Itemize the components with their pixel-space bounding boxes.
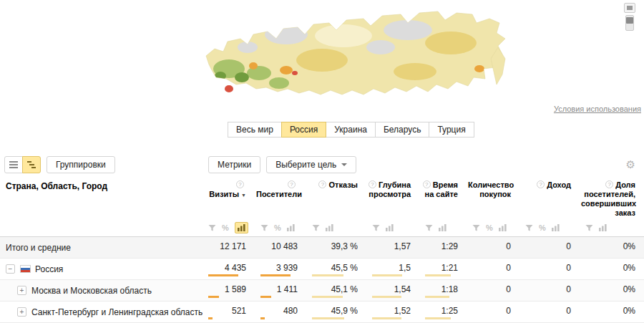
- groupings-button[interactable]: Группировки: [47, 156, 115, 173]
- bar-chart-mode-icon[interactable]: [499, 224, 507, 231]
- info-icon[interactable]: ?: [236, 180, 244, 188]
- metrics-button[interactable]: Метрики: [208, 156, 260, 173]
- bar-chart-mode-icon[interactable]: [386, 224, 394, 231]
- column-header-depth[interactable]: ?Глубина просмотра: [366, 176, 419, 219]
- bar-chart-mode-icon-active[interactable]: [235, 222, 248, 233]
- zoom-handle[interactable]: [626, 17, 633, 24]
- filter-funnel-icon[interactable]: [472, 224, 480, 232]
- cell-bounce: 45,1 %: [306, 280, 366, 301]
- gear-icon[interactable]: ⚙: [626, 158, 635, 171]
- percent-mode-icon[interactable]: %: [486, 223, 493, 232]
- filter-funnel-icon[interactable]: [525, 224, 533, 232]
- filter-funnel-icon[interactable]: [208, 224, 216, 232]
- map-region-mid: [296, 49, 348, 72]
- column-header-revenue[interactable]: ?Доход: [519, 176, 580, 219]
- cell-value: 0: [566, 263, 571, 273]
- column-header-order-share[interactable]: ?Доля посетителей, совершивших заказ: [580, 176, 644, 219]
- cell-revenue: 0: [519, 302, 580, 322]
- row-label-cell: − Россия: [0, 259, 203, 279]
- percent-mode-icon[interactable]: %: [222, 223, 229, 232]
- bar-chart-mode-icon[interactable]: [599, 224, 607, 231]
- expand-toggle[interactable]: +: [17, 307, 26, 317]
- select-goal-dropdown[interactable]: Выберите цель: [266, 156, 356, 173]
- filters-order-share: [580, 219, 644, 236]
- column-header-visitors[interactable]: ?Посетители: [255, 176, 306, 219]
- cell-value: 45,9 %: [331, 306, 358, 316]
- tab-belarus[interactable]: Беларусь: [375, 122, 429, 138]
- info-icon[interactable]: ?: [369, 180, 376, 188]
- flat-list-view-button[interactable]: [4, 156, 23, 173]
- row-label: Итого и средние: [6, 243, 71, 253]
- cell-depth: 1,5: [366, 259, 419, 279]
- cell-value: 0%: [623, 241, 635, 251]
- percent-mode-icon[interactable]: %: [274, 223, 281, 232]
- cell-histogram-bar: [372, 274, 402, 276]
- bar-chart-mode-icon[interactable]: [287, 224, 295, 231]
- cell-revenue: 0: [519, 259, 580, 279]
- filter-funnel-icon[interactable]: [585, 224, 593, 232]
- tab-russia[interactable]: Россия: [281, 122, 326, 138]
- filter-funnel-icon[interactable]: [372, 224, 380, 232]
- table-row-moscow: + Москва и Московская область 1 589 1 41…: [0, 280, 644, 302]
- row-label[interactable]: Москва и Московская область: [31, 286, 152, 296]
- terms-of-use-link[interactable]: Условия использования: [554, 105, 641, 113]
- cell-visits: 521: [203, 302, 255, 322]
- tab-world[interactable]: Весь мир: [228, 122, 282, 138]
- map-region-red: [292, 71, 298, 75]
- cell-value: 1,57: [394, 241, 411, 251]
- cell-histogram-bar: [208, 296, 219, 298]
- map-region-orange: [280, 66, 293, 74]
- info-icon[interactable]: ?: [537, 180, 545, 188]
- bar-chart-mode-icon[interactable]: [552, 224, 560, 231]
- toolbar: Группировки Метрики Выберите цель ⚙: [0, 156, 644, 176]
- cell-histogram-bar: [312, 274, 343, 276]
- column-header-bounce[interactable]: ?Отказы: [306, 176, 366, 219]
- collapse-toggle[interactable]: −: [6, 264, 15, 274]
- map-region-dark-green: [235, 72, 249, 82]
- row-label[interactable]: Санкт-Петербург и Ленинградская область: [31, 307, 203, 317]
- map-layers-button[interactable]: [624, 3, 635, 13]
- percent-mode-icon[interactable]: %: [539, 223, 546, 232]
- cell-histogram-bar: [208, 274, 238, 276]
- info-icon[interactable]: ?: [605, 180, 613, 188]
- column-header-visits[interactable]: ?Визиты▼: [203, 176, 255, 219]
- info-icon[interactable]: ?: [423, 180, 431, 188]
- cell-time: 1:18: [419, 280, 467, 301]
- layers-icon: [627, 6, 633, 10]
- filters-visitors: %: [255, 219, 306, 236]
- cell-value: 521: [232, 306, 246, 316]
- cell-visitors: 480: [255, 302, 306, 322]
- column-header-time[interactable]: ?Время на сайте: [419, 176, 467, 219]
- bar-chart-mode-icon[interactable]: [439, 224, 447, 231]
- bar-chart-mode-icon[interactable]: [326, 224, 333, 231]
- cell-depth: 1,57: [366, 237, 419, 258]
- filter-funnel-icon[interactable]: [425, 224, 433, 232]
- row-label[interactable]: Россия: [35, 264, 63, 274]
- map-region-dark-green: [215, 72, 226, 80]
- cell-visits: 12 171: [203, 237, 255, 258]
- filter-funnel-icon[interactable]: [260, 224, 268, 232]
- filters-dimension: [0, 219, 203, 236]
- info-icon[interactable]: ?: [318, 180, 326, 188]
- cell-value: 0: [566, 284, 571, 294]
- cell-histogram-bar: [425, 317, 451, 319]
- cell-value: 12 171: [220, 241, 246, 251]
- tab-turkey[interactable]: Турция: [429, 122, 474, 138]
- cell-value: 0: [506, 284, 511, 294]
- cell-histogram-bar: [425, 296, 449, 298]
- filter-funnel-icon[interactable]: [312, 224, 320, 232]
- cell-histogram-bar: [372, 296, 401, 298]
- expand-toggle[interactable]: +: [17, 286, 26, 295]
- column-header-purchases[interactable]: Количество покупок: [467, 176, 519, 219]
- cell-time: 1:21: [419, 259, 467, 279]
- map-zoom-slider[interactable]: [625, 15, 634, 31]
- geo-choropleth-map[interactable]: [179, 0, 515, 115]
- cell-order-share: 0%: [580, 302, 644, 322]
- cell-visitors: 1 411: [255, 280, 306, 301]
- table-row-spb: + Санкт-Петербург и Ленинградская област…: [0, 302, 644, 323]
- tab-ukraine[interactable]: Украина: [326, 122, 376, 138]
- column-label: Посетители: [256, 190, 302, 198]
- info-icon[interactable]: ?: [288, 180, 296, 188]
- tree-view-button[interactable]: [22, 156, 41, 173]
- cell-histogram-bar: [312, 296, 343, 298]
